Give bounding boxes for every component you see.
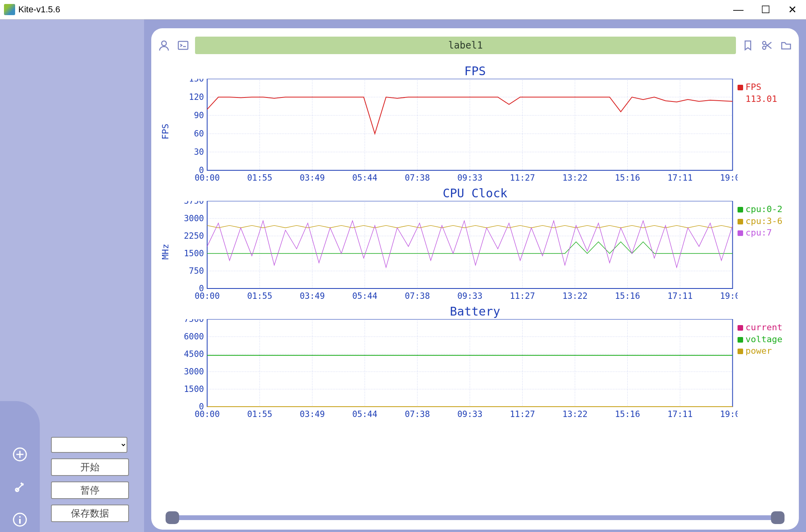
svg-text:03:49: 03:49 xyxy=(300,409,325,419)
svg-text:07:38: 07:38 xyxy=(405,291,430,301)
svg-text:00:00: 00:00 xyxy=(195,409,220,419)
legend-item[interactable]: cpu:3-6 xyxy=(738,215,793,227)
svg-text:13:22: 13:22 xyxy=(562,409,587,419)
svg-text:09:33: 09:33 xyxy=(457,291,482,301)
legend-swatch xyxy=(738,207,743,212)
svg-text:90: 90 xyxy=(194,111,204,120)
legend-swatch xyxy=(738,325,743,331)
svg-text:2250: 2250 xyxy=(184,231,204,241)
svg-text:30: 30 xyxy=(194,147,204,157)
svg-text:17:11: 17:11 xyxy=(667,409,693,419)
svg-text:11:27: 11:27 xyxy=(510,173,535,183)
svg-text:00:00: 00:00 xyxy=(195,291,220,301)
legend-item[interactable]: power xyxy=(738,345,793,357)
sidebar: 开始 暂停 保存数据 xyxy=(0,19,144,532)
terminal-icon[interactable] xyxy=(176,38,190,53)
svg-text:07:38: 07:38 xyxy=(405,173,430,183)
svg-text:1500: 1500 xyxy=(184,384,204,394)
scissors-icon[interactable] xyxy=(760,38,774,53)
svg-text:15:16: 15:16 xyxy=(615,409,640,419)
legend-label: power xyxy=(746,346,772,356)
chart-plot[interactable]: 030609012015000:0001:5503:4905:4407:3809… xyxy=(174,79,738,184)
svg-text:19:05: 19:05 xyxy=(720,173,738,183)
legend-swatch xyxy=(738,337,743,343)
series-line xyxy=(207,226,733,228)
legend-item[interactable]: cpu:0-2 xyxy=(738,203,793,215)
legend-item[interactable]: cpu:7 xyxy=(738,227,793,239)
save-data-button[interactable]: 保存数据 xyxy=(51,505,129,522)
settings-button[interactable] xyxy=(11,478,29,496)
y-axis-label: FPS xyxy=(161,123,171,139)
chart-title: Battery xyxy=(157,304,793,318)
svg-point-5 xyxy=(19,516,21,518)
folder-icon[interactable] xyxy=(779,38,793,53)
chart-plot[interactable]: 0750150022503000375000:0001:5503:4905:44… xyxy=(174,201,738,302)
title-bar: Kite-v1.5.6 — ☐ ✕ xyxy=(0,0,806,19)
add-button[interactable] xyxy=(11,446,29,463)
legend-item[interactable]: voltage xyxy=(738,333,793,345)
svg-text:6000: 6000 xyxy=(184,332,204,341)
legend-swatch xyxy=(738,219,743,224)
svg-rect-117 xyxy=(207,319,733,407)
label-display: label1 xyxy=(195,37,736,54)
svg-text:05:44: 05:44 xyxy=(352,291,377,301)
slider-handle-left[interactable] xyxy=(166,511,179,524)
legend-label: FPS xyxy=(746,82,761,92)
svg-text:01:55: 01:55 xyxy=(247,173,272,183)
svg-text:3750: 3750 xyxy=(184,201,204,206)
minimize-button[interactable]: — xyxy=(725,0,752,19)
svg-text:4500: 4500 xyxy=(184,349,204,359)
info-button[interactable] xyxy=(11,511,29,528)
bookmark-icon[interactable] xyxy=(741,38,755,53)
svg-text:19:05: 19:05 xyxy=(720,291,738,301)
svg-text:120: 120 xyxy=(189,92,204,102)
user-icon[interactable] xyxy=(157,38,171,53)
svg-rect-47 xyxy=(207,79,733,170)
svg-text:07:38: 07:38 xyxy=(405,409,430,419)
svg-text:13:22: 13:22 xyxy=(562,291,587,301)
svg-text:09:33: 09:33 xyxy=(457,409,482,419)
device-select[interactable] xyxy=(51,437,127,453)
svg-text:11:27: 11:27 xyxy=(510,291,535,301)
svg-text:750: 750 xyxy=(189,266,204,276)
svg-rect-6 xyxy=(19,519,21,524)
app-icon xyxy=(4,4,15,15)
legend-swatch xyxy=(738,349,743,354)
close-button[interactable]: ✕ xyxy=(779,0,806,19)
svg-text:01:55: 01:55 xyxy=(247,291,272,301)
svg-text:01:55: 01:55 xyxy=(247,409,272,419)
svg-text:60: 60 xyxy=(194,129,204,138)
svg-text:19:05: 19:05 xyxy=(720,409,738,419)
pause-button[interactable]: 暂停 xyxy=(51,481,129,499)
time-range-slider[interactable] xyxy=(167,515,783,520)
y-axis-label: MHz xyxy=(161,244,171,259)
slider-handle-right[interactable] xyxy=(771,511,785,524)
legend-label: voltage xyxy=(746,334,783,344)
svg-text:03:49: 03:49 xyxy=(300,173,325,183)
svg-text:15:16: 15:16 xyxy=(615,291,640,301)
svg-text:7500: 7500 xyxy=(184,319,204,324)
maximize-button[interactable]: ☐ xyxy=(752,0,779,19)
svg-text:17:11: 17:11 xyxy=(667,291,693,301)
svg-text:00:00: 00:00 xyxy=(195,173,220,183)
legend-item[interactable]: FPS xyxy=(738,81,793,93)
legend-label: current xyxy=(746,322,783,332)
legend-label: cpu:3-6 xyxy=(746,216,783,226)
legend-label: cpu:0-2 xyxy=(746,204,783,214)
start-button[interactable]: 开始 xyxy=(51,458,129,476)
svg-text:3000: 3000 xyxy=(184,367,204,376)
chart-panel: label1 FPSFPS030609012015000:0001:5503:4… xyxy=(151,28,799,530)
window-title: Kite-v1.5.6 xyxy=(18,4,60,15)
svg-text:15:16: 15:16 xyxy=(615,173,640,183)
chart-title: FPS xyxy=(157,64,793,78)
legend-swatch xyxy=(738,85,743,90)
svg-text:1500: 1500 xyxy=(184,249,204,258)
chart-title: CPU Clock xyxy=(157,186,793,200)
svg-text:11:27: 11:27 xyxy=(510,409,535,419)
legend-item[interactable]: current xyxy=(738,322,793,333)
chart-plot[interactable]: 01500300045006000750000:0001:5503:4905:4… xyxy=(174,319,738,420)
legend-label: cpu:7 xyxy=(746,228,772,238)
svg-text:05:44: 05:44 xyxy=(352,409,377,419)
svg-text:13:22: 13:22 xyxy=(562,173,587,183)
svg-text:03:49: 03:49 xyxy=(300,291,325,301)
